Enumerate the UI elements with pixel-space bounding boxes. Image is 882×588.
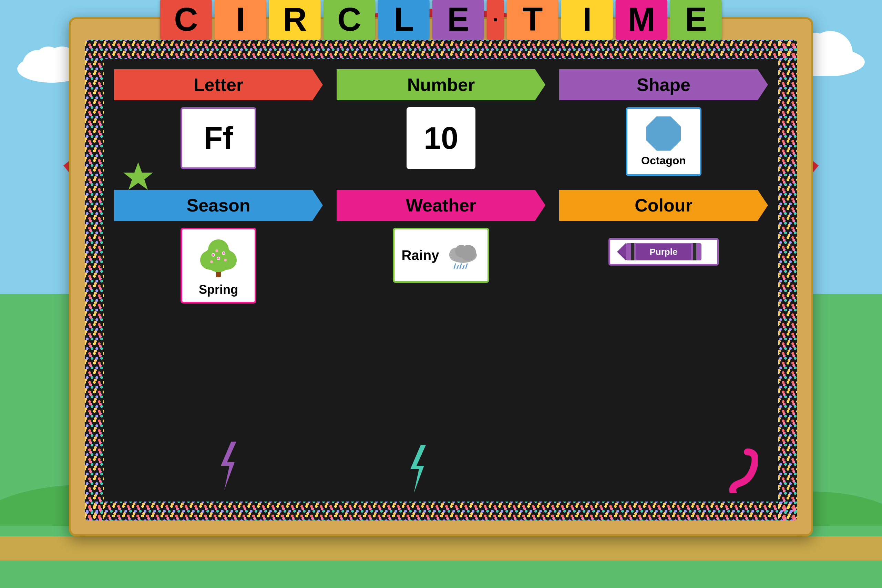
letter-value: Ff — [204, 120, 233, 156]
board-inner: Letter Ff Number 10 — [85, 40, 797, 520]
top-row: Letter Ff Number 10 — [114, 69, 768, 180]
letter-banner: Letter — [114, 69, 323, 100]
svg-point-25 — [455, 245, 468, 257]
rain-cloud-icon — [446, 242, 480, 269]
number-banner: Number — [337, 69, 545, 100]
bottom-row: Season — [114, 190, 768, 321]
svg-point-18 — [215, 249, 218, 252]
lightning-blue-decoration — [404, 445, 431, 495]
title-letter-i: I — [214, 0, 266, 40]
colour-section: Colour — [559, 190, 768, 321]
svg-point-16 — [210, 260, 213, 263]
weather-label: Weather — [406, 195, 476, 216]
title-letter-c2: C — [324, 0, 375, 40]
spring-tree-icon — [196, 234, 241, 279]
svg-text:Purple: Purple — [650, 247, 678, 257]
title-letter-c: C — [160, 0, 212, 40]
title-letter-e2: E — [670, 0, 722, 40]
svg-point-17 — [224, 259, 227, 261]
svg-line-29 — [457, 266, 458, 269]
season-value: Spring — [199, 282, 238, 297]
weather-card: Rainy — [393, 228, 489, 283]
weather-banner: Weather — [337, 190, 545, 221]
svg-point-21 — [218, 257, 219, 260]
lightning-purple-decoration — [214, 442, 242, 491]
svg-line-30 — [463, 266, 464, 269]
svg-line-27 — [460, 264, 461, 268]
octagon-shape — [646, 116, 681, 151]
colour-card: Purple — [609, 238, 719, 266]
shape-label: Shape — [637, 74, 690, 95]
star-decoration — [123, 160, 154, 193]
season-section: Season — [114, 190, 323, 321]
title-letter-i2: I — [561, 0, 613, 40]
colour-banner: Colour — [559, 190, 768, 221]
number-value: 10 — [424, 120, 458, 156]
weather-section: Weather Rainy — [337, 190, 545, 321]
number-label: Number — [407, 74, 475, 95]
svg-marker-37 — [123, 162, 153, 190]
svg-point-20 — [223, 252, 225, 254]
svg-line-26 — [454, 264, 456, 268]
shape-section: Shape Octagon — [559, 69, 768, 180]
title-area: C I R C L E · T I M E — [90, 0, 793, 40]
dot-border-right — [778, 40, 797, 520]
svg-point-19 — [212, 254, 214, 256]
title-letter-dot: · — [487, 0, 504, 40]
title-letter-r: R — [269, 0, 321, 40]
shape-value: Octagon — [641, 154, 686, 167]
svg-marker-38 — [221, 442, 236, 490]
squiggle-decoration — [723, 448, 758, 495]
dot-border-left — [85, 40, 104, 520]
colour-label: Colour — [634, 195, 693, 216]
season-label: Season — [187, 195, 250, 216]
colour-display: Purple — [559, 228, 768, 276]
season-card: Spring — [180, 228, 256, 303]
svg-line-28 — [466, 264, 467, 268]
number-section: Number 10 — [337, 69, 545, 180]
road — [0, 536, 882, 561]
season-banner: Season — [114, 190, 323, 221]
crayon-icon: Purple — [615, 240, 712, 264]
shape-banner: Shape — [559, 69, 768, 100]
number-card: 10 — [406, 107, 476, 169]
svg-point-3 — [34, 46, 62, 74]
board-content: Letter Ff Number 10 — [104, 59, 778, 501]
title-letter-e1: E — [432, 0, 484, 40]
svg-rect-33 — [631, 243, 634, 260]
title-letter-l: L — [378, 0, 430, 40]
title-letter-t: T — [507, 0, 558, 40]
svg-marker-32 — [617, 243, 626, 260]
svg-rect-34 — [693, 243, 696, 260]
dot-border-bottom — [85, 501, 797, 520]
weather-value: Rainy — [402, 248, 439, 263]
letter-label: Letter — [194, 74, 243, 95]
dot-border-top — [85, 40, 797, 59]
svg-marker-39 — [410, 445, 426, 493]
title-letter-m: M — [616, 0, 668, 40]
shape-card: Octagon — [626, 107, 702, 176]
board-frame: C I R C L E · T I M E Letter — [69, 17, 813, 536]
letter-card: Ff — [180, 107, 256, 169]
